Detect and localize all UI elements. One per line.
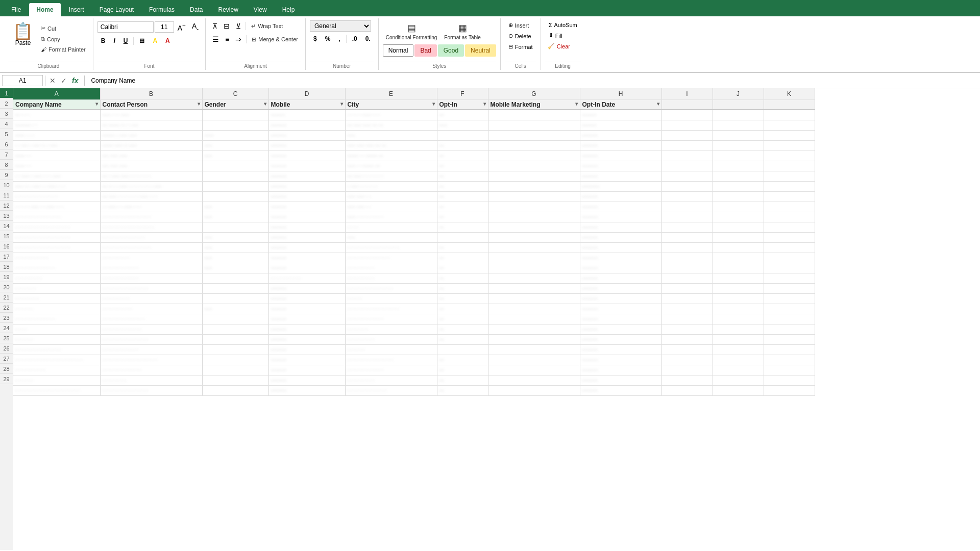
row-num-8[interactable]: 8	[0, 160, 13, 170]
cell-I17[interactable]	[662, 263, 713, 273]
cell-K9[interactable]	[764, 181, 815, 191]
cell-F11[interactable]: ···	[437, 202, 488, 212]
cell-J9[interactable]	[713, 181, 764, 191]
cell-D16[interactable]: ··········	[268, 253, 345, 263]
format-painter-button[interactable]: 🖌 Format Painter	[38, 45, 89, 54]
cell-B19[interactable]: · · · · · · · · · · · · · · ·	[100, 283, 202, 293]
row-num-3[interactable]: 3	[0, 109, 13, 119]
filter-btn-col6[interactable]: ▾	[575, 101, 578, 107]
cell-B18[interactable]: · · · · · · · · · · · ·	[100, 273, 202, 283]
cell-G29[interactable]	[488, 385, 580, 395]
cell-I14[interactable]	[662, 232, 713, 242]
cell-K11[interactable]	[764, 202, 815, 212]
cell-G5[interactable]	[488, 140, 580, 151]
delete-button[interactable]: ⊖ Delete	[505, 31, 535, 41]
filter-btn-col1[interactable]: ▾	[198, 101, 200, 107]
cell-E6[interactable]: ······· · · ······· ···	[345, 151, 437, 161]
cell-A23[interactable]: · · · ·	[13, 324, 100, 334]
cell-A5[interactable]: · · ···· · ····· ·· · ·····	[13, 140, 100, 151]
cell-D24[interactable]: ··········	[268, 334, 345, 344]
cell-A25[interactable]: · · · · · · · · · · · · · · ·	[13, 344, 100, 355]
cell-E22[interactable]: · · · · · · · · · · · ·	[345, 314, 437, 324]
cell-E13[interactable]: · · · ·	[345, 222, 437, 232]
insert-button[interactable]: ⊕ Insert	[505, 20, 533, 30]
cell-G18[interactable]	[488, 273, 580, 283]
cell-D22[interactable]: ··········	[268, 314, 345, 324]
cell-I16[interactable]	[662, 253, 713, 263]
col-header-g[interactable]: G	[488, 88, 580, 99]
cell-A2[interactable]: ··· · · ·	[13, 110, 100, 120]
cell-K12[interactable]	[764, 212, 815, 222]
cell-C18[interactable]	[202, 273, 268, 283]
cell-A28[interactable]: · · · · · ·	[13, 375, 100, 385]
cell-E4[interactable]: ·····	[345, 130, 437, 140]
cell-I8[interactable]	[662, 171, 713, 181]
cell-G19[interactable]	[488, 283, 580, 293]
cell-H12[interactable]: ··········	[580, 212, 662, 222]
cell-E21[interactable]: · · · · · · · · · · · · · · · · ·	[345, 304, 437, 314]
cell-F18[interactable]: ···	[437, 273, 488, 283]
cell-A13[interactable]: · · · · · · · · · · · · · · · · · ·	[13, 222, 100, 232]
cell-C4[interactable]: ······	[202, 130, 268, 140]
cell-F4[interactable]	[437, 130, 488, 140]
copy-button[interactable]: ⧉ Copy	[38, 34, 89, 44]
cell-D17[interactable]: ··········	[268, 263, 345, 273]
cell-A4[interactable]: ······ · · ·	[13, 130, 100, 140]
style-bad[interactable]: Bad	[414, 44, 436, 57]
font-decrease-button[interactable]: A-	[189, 20, 201, 33]
cell-H9[interactable]: ···········	[580, 181, 662, 191]
cell-D23[interactable]: ··········	[268, 324, 345, 334]
cell-B21[interactable]: · · · · · · · · · ·	[100, 304, 202, 314]
cell-C27[interactable]	[202, 365, 268, 375]
cell-G13[interactable]	[488, 222, 580, 232]
formula-input[interactable]	[89, 76, 978, 85]
cell-I3[interactable]	[662, 120, 713, 130]
cell-C23[interactable]	[202, 324, 268, 334]
tab-insert[interactable]: Insert	[62, 3, 91, 16]
cell-K13[interactable]	[764, 222, 815, 232]
cell-H16[interactable]: ··········	[580, 253, 662, 263]
cell-B12[interactable]: · · · · · · · · · · · · · · · ·	[100, 212, 202, 222]
cell-J4[interactable]	[713, 130, 764, 140]
cell-D27[interactable]: ··········	[268, 365, 345, 375]
cell-F13[interactable]: ···	[437, 222, 488, 232]
font-name-input[interactable]	[97, 21, 154, 33]
row-num-28[interactable]: 28	[0, 364, 13, 374]
cell-B11[interactable]: · · ····· · · ····· · · ·	[100, 202, 202, 212]
col-header-j[interactable]: J	[713, 88, 764, 99]
cell-K4[interactable]	[764, 130, 815, 140]
cell-D25[interactable]: ··········	[268, 344, 345, 355]
cell-C5[interactable]: ·····	[202, 140, 268, 151]
cell-G10[interactable]	[488, 191, 580, 202]
cell-E23[interactable]: · · · · · · ·	[345, 324, 437, 334]
cell-B4[interactable]: ········ · ····· ·····	[100, 130, 202, 140]
cell-G11[interactable]	[488, 202, 580, 212]
comma-button[interactable]: ,	[335, 34, 344, 44]
cell-B29[interactable]: · · · · · · · · · · · · · · ·	[100, 385, 202, 395]
cell-D18[interactable]: · · · · · · · · · ·	[268, 273, 345, 283]
formula-function-icon[interactable]: fx	[70, 76, 80, 86]
cell-D12[interactable]: ··········	[268, 212, 345, 222]
tab-review[interactable]: Review	[211, 3, 245, 16]
autosum-button[interactable]: Σ AutoSum	[545, 20, 581, 30]
wrap-text-button[interactable]: ↵ Wrap Text	[248, 21, 286, 31]
cell-G25[interactable]	[488, 344, 580, 355]
cell-G17[interactable]	[488, 263, 580, 273]
cell-G2[interactable]	[488, 110, 580, 120]
cell-E3[interactable]: ··· ····· ····· ··· ···	[345, 120, 437, 130]
style-neutral[interactable]: Neutral	[465, 44, 496, 57]
cell-A29[interactable]: · · · · · · · · · · · · · · · · · · · · …	[13, 385, 100, 395]
cell-B15[interactable]: · · · · · · · · · · · · · · · ·	[100, 242, 202, 253]
cell-E24[interactable]: · · · · · · · · ·	[345, 334, 437, 344]
cell-F2[interactable]: ···	[437, 110, 488, 120]
cell-C28[interactable]	[202, 375, 268, 385]
cell-E2[interactable]: · · · · · ····· · · ·	[345, 110, 437, 120]
row-num-1[interactable]: 1	[0, 88, 13, 98]
cell-K17[interactable]	[764, 263, 815, 273]
cell-A27[interactable]: · · · · · · · · · ·	[13, 365, 100, 375]
cell-E16[interactable]: · · · · · · · · · · · · · ·	[345, 253, 437, 263]
cell-H7[interactable]: ··········	[580, 161, 662, 171]
cell-I20[interactable]	[662, 293, 713, 304]
row-num-17[interactable]: 17	[0, 252, 13, 262]
cell-K5[interactable]	[764, 140, 815, 151]
